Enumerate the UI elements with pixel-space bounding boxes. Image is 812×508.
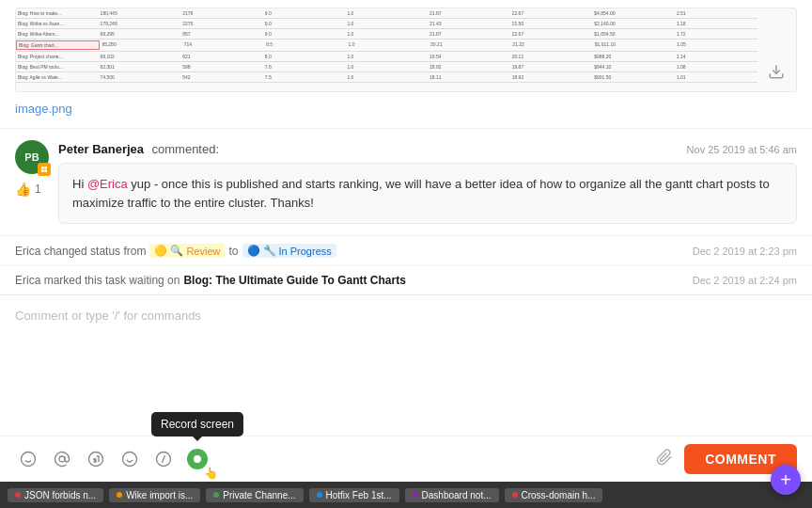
comment-placeholder: Comment or type '/' for commands [15, 305, 797, 331]
svg-rect-4 [44, 169, 47, 172]
taskbar-item-1[interactable]: Wike import is... [109, 488, 200, 502]
comment-input-area[interactable]: Comment or type '/' for commands [0, 294, 812, 436]
record-screen-button[interactable]: Record screen 👆 [184, 446, 211, 472]
image-preview: Blog: How to make...180,44521769.01.021.… [15, 8, 797, 92]
task-link[interactable]: Blog: The Ultimate Guide To Gantt Charts [183, 274, 405, 287]
comment-toolbar: Record screen 👆 COMMENT [0, 436, 812, 482]
taskbar-dot-4 [413, 492, 418, 498]
taskbar-item-4[interactable]: Dashboard not... [405, 488, 499, 502]
svg-point-15 [194, 455, 201, 463]
taskbar-dot-0 [15, 492, 21, 498]
comment-body: Hi @Erica yup - once this is published a… [58, 163, 797, 224]
taskbar-dot-2 [213, 492, 219, 498]
record-screen-tooltip: Record screen [151, 412, 243, 437]
emoji-icon[interactable] [15, 446, 41, 472]
taskbar-dot-5 [512, 492, 518, 498]
status-review-badge: 🟡🔍Review [149, 244, 225, 258]
taskbar-dot-1 [117, 492, 122, 498]
taskbar: JSON forbids n... Wike import is... Priv… [0, 482, 812, 508]
avatar-badge [38, 163, 51, 176]
status-in-progress-badge: 🔵🔧In Progress [242, 244, 336, 258]
taskbar-item-2[interactable]: Private Channe... [206, 488, 303, 502]
svg-line-14 [163, 455, 165, 463]
spreadsheet-preview: Blog: How to make...180,44521769.01.021.… [16, 8, 757, 83]
like-icon[interactable]: 👍 [15, 182, 31, 197]
gif-icon[interactable] [83, 446, 109, 472]
like-section: 👍 1 [15, 182, 49, 197]
mention-icon[interactable] [49, 446, 75, 472]
taskbar-item-5[interactable]: Cross-domain h... [505, 488, 603, 502]
main-container: Blog: How to make...180,44521769.01.021.… [0, 0, 812, 508]
comment-author-line: Peter Banerjea commented: [58, 140, 219, 157]
comment-content: Peter Banerjea commented: Nov 25 2019 at… [58, 140, 797, 224]
toolbar-left: Record screen 👆 [15, 446, 211, 472]
taskbar-dot-3 [317, 492, 322, 498]
activity-text-2: Erica marked this task waiting on Blog: … [15, 274, 406, 287]
svg-rect-2 [44, 167, 47, 169]
emoji2-icon[interactable] [117, 446, 143, 472]
avatar: PB 👍 1 [15, 140, 49, 224]
comment-header: Peter Banerjea commented: Nov 25 2019 at… [58, 140, 797, 157]
comment-block: PB 👍 1 Peter Banerjea commented: Nov 25 … [0, 129, 812, 236]
svg-point-5 [22, 452, 36, 467]
svg-rect-3 [41, 169, 44, 172]
mention: @Erica [87, 177, 128, 191]
image-section: Blog: How to make...180,44521769.01.021.… [0, 0, 812, 129]
svg-point-10 [123, 452, 137, 467]
attach-icon[interactable] [656, 449, 673, 470]
activity-row-2: Erica marked this task waiting on Blog: … [0, 265, 812, 294]
activity-text-1: Erica changed status from 🟡🔍Review to 🔵🔧… [15, 244, 336, 258]
svg-point-8 [59, 456, 65, 462]
fab-button[interactable]: + [771, 465, 801, 495]
cursor-hand: 👆 [204, 467, 218, 480]
activity-row-1: Erica changed status from 🟡🔍Review to 🔵🔧… [0, 236, 812, 265]
image-link[interactable]: image.png [15, 102, 72, 116]
taskbar-item-3[interactable]: Hotfix Feb 1st... [309, 488, 399, 502]
slash-command-icon[interactable] [150, 446, 177, 472]
taskbar-item-0[interactable]: JSON forbids n... [8, 488, 103, 502]
download-button[interactable] [768, 63, 785, 84]
svg-rect-1 [41, 167, 44, 169]
